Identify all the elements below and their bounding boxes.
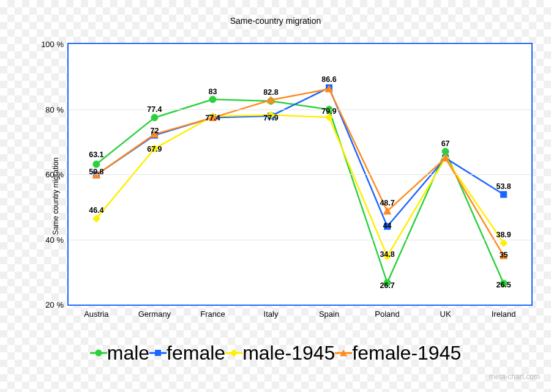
- legend-item: male-1945: [225, 340, 335, 362]
- y-tick: 20 %: [45, 300, 69, 309]
- data-label: 38.9: [496, 231, 511, 239]
- x-tick: France: [200, 305, 225, 319]
- data-label: 35: [500, 251, 508, 259]
- data-label: 26.7: [380, 281, 394, 290]
- plot-area: 20 %40 %60 %80 %100 %AustriaGermanyFranc…: [67, 43, 533, 306]
- y-tick: 100 %: [41, 40, 69, 49]
- watermark: meta-chart.com: [489, 372, 540, 381]
- data-label: 79.9: [321, 107, 336, 116]
- y-tick: 80 %: [45, 105, 69, 114]
- legend-label: female: [167, 342, 225, 364]
- legend-label: female-1945: [352, 342, 461, 364]
- data-point: [151, 114, 158, 121]
- x-tick: Austria: [84, 305, 108, 319]
- chart-title: Same-country migration: [0, 16, 551, 26]
- data-label: 63.1: [89, 150, 103, 159]
- data-label: 53.8: [496, 182, 511, 191]
- x-tick: Spain: [319, 305, 339, 319]
- data-label: 83: [208, 87, 217, 96]
- y-tick: 40 %: [45, 235, 69, 244]
- data-label: 48.7: [380, 199, 394, 207]
- series-line: [96, 89, 503, 256]
- data-label: 46.4: [89, 206, 103, 215]
- legend-label: male: [107, 342, 149, 364]
- data-label: 77.4: [205, 114, 220, 122]
- x-tick: Poland: [375, 305, 399, 319]
- data-label: 82.8: [263, 88, 278, 97]
- data-point: [93, 161, 100, 168]
- chart-container: Same-country migration Same country migr…: [0, 0, 551, 392]
- data-label: 44: [383, 221, 392, 230]
- data-label: 67: [441, 139, 450, 148]
- data-label: 59.8: [89, 168, 103, 176]
- data-label: 34.8: [380, 250, 394, 259]
- data-label: 77.9: [263, 114, 278, 122]
- legend-item: female: [149, 340, 225, 362]
- x-tick: UK: [440, 305, 451, 319]
- x-tick: Ireland: [492, 305, 516, 319]
- data-label: 26.5: [496, 281, 511, 289]
- data-point: [209, 96, 216, 103]
- data-label: 86.6: [321, 75, 336, 84]
- data-label: 72: [150, 127, 159, 135]
- legend: malefemalemale-1945female-1945: [0, 341, 551, 363]
- legend-item: male: [90, 340, 149, 362]
- legend-item: female-1945: [335, 340, 461, 362]
- x-tick: Italy: [264, 305, 279, 319]
- data-point: [501, 191, 507, 198]
- y-axis-label: Same country migration: [51, 157, 60, 235]
- y-tick: 60 %: [45, 170, 69, 179]
- legend-label: male-1945: [242, 342, 335, 364]
- data-label: 77.4: [147, 105, 162, 114]
- x-tick: Germany: [138, 305, 171, 319]
- data-label: 67.9: [147, 145, 162, 153]
